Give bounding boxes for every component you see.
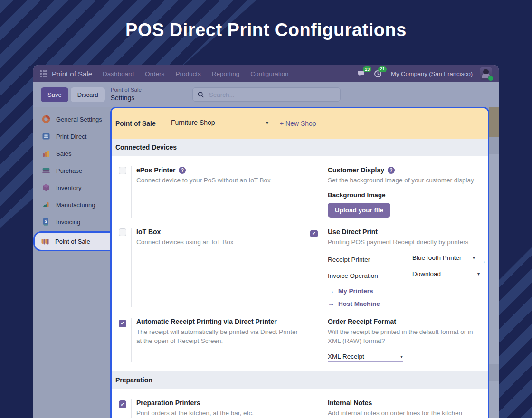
setting-customer-display: Customer Display? Set the background ima…: [310, 166, 489, 218]
invoice-operation-select[interactable]: Download ▾: [412, 270, 480, 279]
nav-item-orders[interactable]: Orders: [145, 70, 164, 77]
divider: [131, 318, 132, 361]
nav-item-configuration[interactable]: Configuration: [250, 70, 288, 77]
discard-button[interactable]: Discard: [71, 87, 105, 102]
divider: [323, 399, 323, 418]
page-title: POS Direct Print Configurations: [0, 20, 532, 40]
use-direct-print-checkbox[interactable]: [310, 230, 318, 238]
sidebar-item-label: Purchase: [56, 167, 82, 174]
setting-title: ePos Printer: [136, 166, 175, 174]
sidebar-item-purchase[interactable]: Purchase: [33, 162, 110, 179]
sidebar-item-label: Invoicing: [56, 218, 80, 226]
shop-select[interactable]: Furniture Shop ▾: [171, 119, 268, 128]
chevron-down-icon: ▾: [400, 354, 403, 359]
chevron-down-icon: ▾: [266, 120, 268, 125]
epos-printer-checkbox[interactable]: [119, 167, 126, 174]
printer-icon: [42, 132, 50, 141]
chevron-down-icon: ▾: [473, 255, 475, 260]
search-input[interactable]: [208, 91, 335, 99]
sidebar-item-label: General Settings: [56, 116, 102, 123]
scrollbar-segment: [489, 381, 499, 418]
sidebar-item-label: Print Direct: [56, 133, 86, 140]
setting-title: Customer Display: [328, 166, 384, 174]
setting-description: Connect devices using an IoT Box: [136, 238, 303, 247]
receipt-format-select[interactable]: XML Receipt ▾: [328, 353, 403, 362]
sidebar-item-label: Inventory: [56, 184, 81, 191]
help-icon[interactable]: ?: [388, 167, 395, 174]
new-shop-link[interactable]: + New Shop: [280, 120, 316, 127]
settings-sidebar: General Settings Print Direct Sales Purc…: [33, 107, 110, 418]
section-header-connected-devices: Connected Devices: [112, 139, 488, 156]
app-window: Point of Sale Dashboard Orders Products …: [33, 65, 499, 418]
receipt-printer-select[interactable]: BlueTooth Printer ▾: [412, 254, 475, 263]
setting-internal-notes: Internal Notes Add internal notes on ord…: [310, 399, 483, 418]
activities-icon[interactable]: 21: [374, 70, 382, 78]
upload-file-button[interactable]: Upload your file: [328, 203, 390, 218]
section-header-preparation: Preparation: [112, 371, 488, 389]
shop-select-value: Furniture Shop: [171, 119, 215, 126]
divider: [131, 166, 132, 218]
search-icon: [198, 91, 204, 98]
setting-epos-printer: ePos Printer? Connect device to your PoS…: [119, 166, 310, 218]
online-status-dot: [488, 76, 494, 81]
scrollbar[interactable]: [489, 107, 499, 418]
sidebar-item-manufacturing[interactable]: Manufacturing: [33, 196, 110, 213]
setting-use-direct-print: Use Direct Print Printing POS payment Re…: [310, 228, 489, 307]
shop-selector-bar: Point of Sale Furniture Shop ▾ + New Sho…: [112, 108, 488, 139]
gear-icon: [42, 115, 50, 124]
scrollbar-segment: [489, 154, 499, 364]
nav-item-products[interactable]: Products: [175, 70, 200, 77]
auto-receipt-checkbox[interactable]: [119, 320, 126, 327]
save-button[interactable]: Save: [41, 87, 68, 102]
chevron-down-icon: ▾: [477, 271, 480, 276]
setting-title: Use Direct Print: [328, 228, 378, 236]
sidebar-item-inventory[interactable]: Inventory: [33, 179, 110, 196]
messages-icon[interactable]: 13: [358, 70, 367, 77]
setting-preparation-printers: Preparation Printers Print orders at the…: [119, 399, 310, 418]
apps-grid-icon[interactable]: [40, 70, 47, 77]
invoice-operation-label: Invoice Operation: [328, 272, 412, 279]
breadcrumb: Point of Sale Settings: [111, 86, 142, 102]
preparation-printers-checkbox[interactable]: [119, 400, 126, 408]
breadcrumb-parent[interactable]: Point of Sale: [111, 86, 142, 94]
divider: [323, 318, 323, 361]
scrollbar-segment: [489, 107, 499, 137]
sidebar-item-invoicing[interactable]: $ Invoicing: [33, 213, 110, 230]
user-avatar[interactable]: [480, 67, 492, 80]
shop-awning-icon: [41, 237, 49, 246]
sidebar-item-label: Sales: [56, 150, 72, 157]
invoice-icon: $: [42, 218, 50, 226]
help-icon[interactable]: ?: [179, 167, 186, 174]
company-switcher[interactable]: My Company (San Francisco): [391, 70, 473, 77]
sidebar-item-print-direct[interactable]: Print Direct: [33, 128, 110, 145]
breadcrumb-current: Settings: [111, 94, 142, 102]
iot-box-checkbox[interactable]: [119, 228, 126, 236]
arrow-right-icon: →: [328, 300, 334, 307]
app-body: General Settings Print Direct Sales Purc…: [33, 107, 499, 418]
shop-selector-label: Point of Sale: [115, 120, 171, 127]
sidebar-item-point-of-sale[interactable]: Point of Sale: [33, 231, 110, 251]
setting-iot-box: IoT Box Connect devices using an IoT Box: [119, 228, 310, 307]
setting-title: Order Receipt Format: [328, 318, 396, 325]
my-printers-link[interactable]: → My Printers: [328, 287, 486, 294]
purchase-icon: [42, 166, 50, 175]
preparation-grid: Preparation Printers Print orders at the…: [112, 389, 488, 418]
sidebar-item-label: Manufacturing: [56, 201, 95, 209]
app-name[interactable]: Point of Sale: [52, 70, 92, 78]
internal-link-arrow-icon[interactable]: →: [479, 256, 486, 265]
settings-panel: Point of Sale Furniture Shop ▾ + New Sho…: [110, 107, 489, 418]
control-panel: Save Discard Point of Sale Settings: [33, 82, 499, 107]
setting-description: Set the background image of your custome…: [328, 176, 486, 185]
divider: [131, 399, 132, 418]
nav-item-reporting[interactable]: Reporting: [212, 70, 240, 77]
scrollbar-segment: [489, 364, 499, 381]
sidebar-item-sales[interactable]: Sales: [33, 145, 110, 162]
host-machine-link[interactable]: → Host Machine: [328, 300, 486, 307]
setting-description: Will the receipt be printed in the defau…: [328, 327, 486, 345]
search-box[interactable]: [192, 87, 341, 102]
sidebar-item-general-settings[interactable]: General Settings: [33, 111, 110, 128]
setting-title: Internal Notes: [328, 399, 372, 407]
navbar: Point of Sale Dashboard Orders Products …: [33, 65, 499, 82]
nav-item-dashboard[interactable]: Dashboard: [103, 70, 134, 77]
connected-devices-grid: ePos Printer? Connect device to your PoS…: [112, 156, 488, 371]
